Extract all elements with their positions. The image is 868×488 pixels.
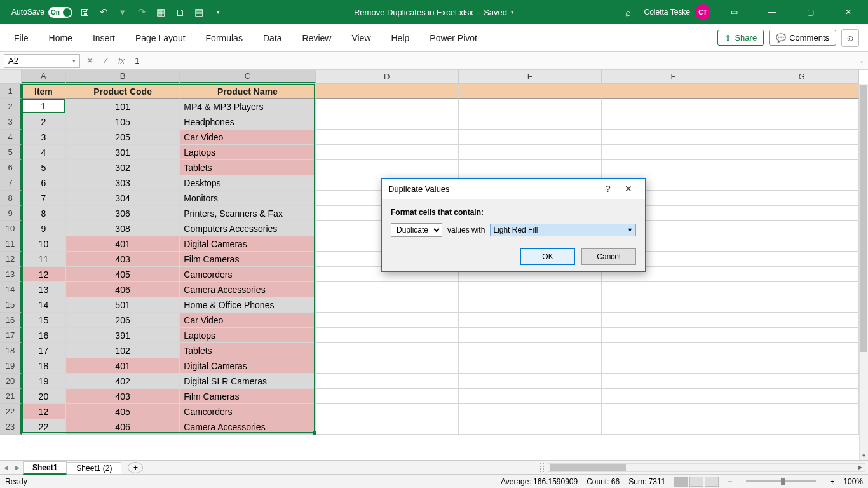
cell[interactable]: 406 (66, 282, 180, 297)
tab-help[interactable]: Help (383, 28, 419, 48)
cell[interactable]: 303 (66, 175, 180, 191)
cell[interactable]: 5 (22, 160, 66, 175)
duplicate-type-select[interactable]: Duplicate (391, 223, 442, 237)
cells[interactable]: Item Product Code Product Name 1101MP4 &… (22, 84, 859, 460)
cell[interactable]: 13 (22, 282, 66, 297)
cell[interactable]: 401 (66, 236, 180, 252)
tab-powerpivot[interactable]: Power Pivot (421, 28, 486, 48)
cell[interactable]: 14 (22, 297, 66, 313)
cell[interactable]: 401 (66, 358, 180, 374)
qat-icon-3[interactable]: ▤ (192, 5, 206, 19)
zoom-slider[interactable] (746, 480, 816, 482)
add-sheet-icon[interactable]: + (128, 462, 143, 473)
qat-customize-icon[interactable]: ▾ (211, 5, 225, 19)
cell[interactable]: 20 (22, 389, 66, 404)
cell[interactable]: 206 (66, 313, 180, 328)
cell[interactable]: Printers, Scanners & Fax (180, 206, 315, 221)
vscroll-thumb[interactable] (860, 85, 867, 352)
view-pagebreak-icon[interactable] (705, 477, 719, 487)
cell[interactable]: Digital SLR Cameras (180, 374, 315, 389)
cell[interactable]: 391 (66, 328, 180, 343)
cell[interactable]: 15 (22, 313, 66, 328)
expand-formula-icon[interactable]: ⌄ (855, 57, 868, 64)
header-item[interactable]: Item (22, 84, 66, 99)
header-product-name[interactable]: Product Name (180, 84, 315, 99)
cell[interactable]: 2 (22, 114, 66, 130)
row-header[interactable]: 9 (0, 206, 22, 221)
horizontal-scrollbar[interactable]: ◀ ▶ (548, 463, 865, 472)
scroll-down-icon[interactable]: ▼ (860, 451, 868, 460)
cell[interactable]: 7 (22, 191, 66, 206)
row-header[interactable]: 22 (0, 404, 22, 419)
header-product-code[interactable]: Product Code (66, 84, 180, 99)
tab-file[interactable]: File (5, 28, 37, 48)
row-header[interactable]: 13 (0, 267, 22, 282)
cell[interactable]: 403 (66, 252, 180, 267)
minimize-icon[interactable]: — (757, 0, 787, 24)
tab-splitter[interactable] (540, 463, 544, 472)
col-header-A[interactable]: A (22, 70, 66, 83)
cell[interactable]: 12 (22, 404, 66, 419)
row-header[interactable]: 20 (0, 374, 22, 389)
cell[interactable]: 501 (66, 297, 180, 313)
name-box[interactable]: A2▾ (4, 54, 80, 68)
hscroll-thumb[interactable] (550, 464, 626, 471)
row-header[interactable]: 23 (0, 419, 22, 435)
qat-icon-1[interactable]: ▦ (154, 5, 168, 19)
cell[interactable]: 301 (66, 145, 180, 160)
tab-formulas[interactable]: Formulas (197, 28, 252, 48)
cell[interactable]: 11 (22, 252, 66, 267)
row-header[interactable]: 18 (0, 343, 22, 358)
row-header[interactable]: 10 (0, 221, 22, 236)
select-all-corner[interactable] (0, 70, 22, 84)
col-header-G[interactable]: G (745, 70, 859, 83)
undo-more-icon[interactable]: ▾ (116, 5, 130, 19)
row-header[interactable]: 6 (0, 160, 22, 175)
tab-data[interactable]: Data (254, 28, 291, 48)
row-header[interactable]: 19 (0, 358, 22, 374)
cell[interactable]: Digital Cameras (180, 358, 315, 374)
autosave-toggle[interactable]: AutoSave On (11, 7, 72, 18)
cell[interactable]: 101 (66, 99, 180, 114)
cell[interactable]: Camera Accessories (180, 419, 315, 435)
sheet-nav-next-icon[interactable]: ▶ (11, 464, 23, 471)
fx-icon[interactable]: fx (118, 56, 125, 65)
cancel-formula-icon[interactable]: ✕ (86, 56, 93, 65)
cell[interactable]: 304 (66, 191, 180, 206)
user-account[interactable]: Coletta Teske CT (644, 4, 711, 20)
cell[interactable]: 17 (22, 343, 66, 358)
comments-button[interactable]: 💬Comments (769, 30, 836, 46)
cell[interactable]: 302 (66, 160, 180, 175)
row-header[interactable]: 17 (0, 328, 22, 343)
cell[interactable]: MP4 & MP3 Players (180, 99, 315, 114)
cell[interactable]: 4 (22, 145, 66, 160)
cell[interactable]: 22 (22, 419, 66, 435)
zoom-in-icon[interactable]: + (830, 477, 834, 486)
view-pagelayout-icon[interactable] (689, 477, 703, 487)
tab-pagelayout[interactable]: Page Layout (126, 28, 194, 48)
tab-view[interactable]: View (342, 28, 379, 48)
cell[interactable]: Monitors (180, 191, 315, 206)
cell[interactable]: 19 (22, 374, 66, 389)
dialog-help-icon[interactable]: ? (598, 184, 618, 194)
zoom-out-icon[interactable]: − (728, 477, 732, 486)
enter-formula-icon[interactable]: ✓ (102, 56, 109, 65)
cell[interactable]: 402 (66, 374, 180, 389)
qat-icon-2[interactable]: 🗋 (173, 5, 187, 19)
cell[interactable]: Desktops (180, 175, 315, 191)
row-header[interactable]: 21 (0, 389, 22, 404)
row-header-1[interactable]: 1 (0, 84, 22, 99)
tab-home[interactable]: Home (40, 28, 81, 48)
share-button[interactable]: ⇧Share (717, 30, 764, 46)
cell[interactable]: 102 (66, 343, 180, 358)
cell[interactable]: 3 (22, 130, 66, 145)
cell[interactable]: Film Cameras (180, 252, 315, 267)
cell[interactable]: Film Cameras (180, 389, 315, 404)
format-select[interactable]: Light Red Fill ▼ (490, 224, 636, 236)
row-header[interactable]: 11 (0, 236, 22, 252)
undo-icon[interactable]: ↶ (97, 5, 111, 19)
cell[interactable]: Camera Accessories (180, 282, 315, 297)
dialog-close-icon[interactable]: ✕ (618, 184, 639, 194)
ribbon-display-icon[interactable]: ▭ (719, 0, 749, 24)
cell[interactable]: 10 (22, 236, 66, 252)
